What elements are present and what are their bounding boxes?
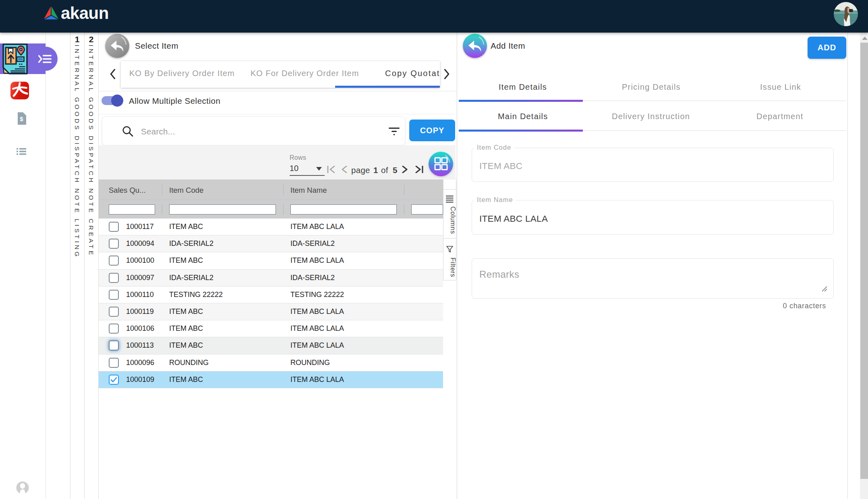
svg-text:$: $ bbox=[20, 115, 23, 122]
